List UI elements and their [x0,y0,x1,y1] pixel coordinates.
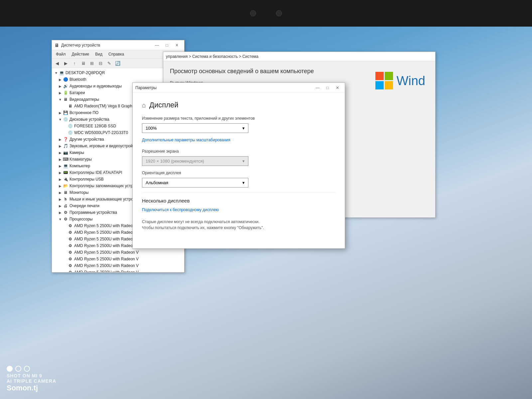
toolbar-btn3[interactable]: ⊟ [96,60,104,67]
cpu5-label: AMD Ryzen 5 2500U with Radeon V [74,250,139,255]
cpu1-label: AMD Ryzen 5 2500U with Radeon V [74,223,139,228]
print-icon: 🖨 [63,203,68,208]
svg-rect-1 [385,72,393,80]
cpu2-icon: ⚙ [67,230,73,235]
menu-file[interactable]: Файл [53,51,68,58]
tree-cpu7[interactable]: ⚙ AMD Ryzen 5 2500U with Radeon V [53,262,183,269]
titlebar-left: 🖥 Диспетчер устройств [55,43,100,48]
tree-cpu6[interactable]: ⚙ AMD Ryzen 5 2500U with Radeon V [53,256,183,262]
computer-icon: 💻 [63,163,68,169]
video-label: Видеоадаптеры [69,97,99,102]
sound-expand-icon: ▶ [58,144,63,148]
software-expand-icon: ▶ [58,211,63,214]
toolbar-btn5[interactable]: 🔄 [114,60,122,67]
amd-vega-icon: 🖥 [67,103,73,109]
monitors-expand-icon: ▶ [58,191,63,195]
tree-cpu8[interactable]: ⚙ AMD Ryzen 5 2500U with Radeon V [53,269,183,272]
toolbar-btn4[interactable]: ✎ [105,60,113,67]
processors-expand-icon: ▼ [58,217,63,221]
menu-action[interactable]: Действие [69,51,92,58]
video-icon: 🖥 [63,97,68,102]
toolbar-btn2[interactable]: ⊞ [88,60,96,67]
root-expand-icon: ▼ [54,71,59,75]
disks-label: Дисковые устройства [69,117,109,122]
processors-icon: ⚙ [63,216,68,222]
circle-filled [7,366,13,372]
mice-expand-icon: ▶ [58,198,63,201]
settings-close-button[interactable]: ✕ [333,84,342,91]
control-panel-header: управления > Система и безопасность > Си… [163,52,435,61]
cpu8-icon: ⚙ [67,270,73,272]
processors-label: Процессоры [69,217,93,221]
orientation-dropdown[interactable]: Альбомная ▾ [142,178,248,188]
resolution-dropdown[interactable]: 1920 × 1080 (рекомендуется) ▾ [142,156,248,166]
cpu7-icon: ⚙ [67,263,73,268]
storage-icon: 📂 [63,183,68,189]
hdd-icon: 💿 [67,130,73,135]
batteries-label: Батареи [69,90,85,95]
root-label: DESKTOP-2Q8PDQR [66,70,105,75]
toolbar-btn1[interactable]: 🖥 [79,60,87,67]
tree-cpu5[interactable]: ⚙ AMD Ryzen 5 2500U with Radeon V [53,249,183,256]
advanced-scale-link[interactable]: Дополнительные параметры масштабирования [142,138,335,142]
minimize-button[interactable]: — [152,42,162,49]
settings-page-title-row: ⌂ Дисплей [142,101,335,109]
usb-label: Контроллеры USB [69,177,104,182]
menu-view[interactable]: Вид [92,51,105,58]
hdd-label: WDC WD5000LPVT-22G33T0 [74,130,128,135]
display-title: Дисплей [149,101,178,109]
computer-expand-icon: ▶ [58,164,63,168]
settings-titlebar: Параметры — □ ✕ [133,83,345,93]
firmware-label: Встроенное ПО [69,110,98,115]
orientation-chevron-icon: ▾ [242,180,245,185]
up-button[interactable]: ↑ [70,60,78,67]
device-manager-title: Диспетчер устройств [61,43,100,48]
computer-label: Компьютер [69,164,90,168]
back-button[interactable]: ◀ [53,60,61,67]
cpu2-label: AMD Ryzen 5 2500U with Radeon V [74,230,139,235]
usb-icon: 🔌 [63,177,68,182]
print-expand-icon: ▶ [58,204,63,208]
sound-label: Звуковые, игровые и видеоустройства [69,144,141,148]
settings-minimize-button[interactable]: — [313,84,322,91]
batteries-icon: 🔋 [63,90,68,95]
multi-display-heading: Несколько дисплеев [142,198,335,203]
watermark: SHOT ON MI 9 AI TRIPLE CAMERA Somon.tj [7,366,56,392]
camera-dot [250,10,256,16]
maximize-button[interactable]: □ [162,42,172,49]
monitors-label: Мониторы [69,190,88,195]
svg-rect-3 [385,81,393,89]
settings-maximize-button[interactable]: □ [323,84,332,91]
cpu6-icon: ⚙ [67,256,73,262]
forward-button[interactable]: ▶ [62,60,70,67]
breadcrumb: управления > Система и безопасность > Си… [166,54,258,59]
home-icon: ⌂ [142,101,146,109]
settings-window: Параметры — □ ✕ ⌂ Дисплей Изменение разм… [132,82,345,249]
watermark-circles [7,366,56,372]
svg-rect-0 [375,72,384,80]
keyboards-icon: ⌨ [63,157,68,162]
bluetooth-icon: 🔵 [63,77,68,82]
titlebar-controls: — □ ✕ [152,42,182,49]
menu-help[interactable]: Справка [106,51,127,58]
ssd-icon: 💿 [67,123,73,129]
device-manager-icon: 🖥 [55,43,59,48]
connect-wireless-link[interactable]: Подключиться к беспроводному дисплею [142,207,335,212]
bluetooth-expand-icon: ▶ [58,78,63,81]
firmware-icon: 💾 [63,110,68,115]
scale-label: Изменение размера текста, приложений и д… [142,116,335,121]
device-manager-titlebar: 🖥 Диспетчер устройств — □ ✕ [52,40,184,50]
monitors-icon: 🖥 [63,190,68,195]
close-button[interactable]: ✕ [172,42,182,49]
scale-value: 100% [146,126,157,131]
scale-dropdown[interactable]: 100% ▾ [142,123,248,133]
cameras-label: Камеры [69,150,84,155]
print-label: Очереди печати [69,203,99,208]
resolution-value: 1920 × 1080 (рекомендуется) [146,159,204,164]
audio-icon: 🔊 [63,83,68,89]
circle-empty-1 [15,366,21,372]
keyboards-expand-icon: ▶ [58,158,63,161]
software-icon: ⚙ [63,210,68,215]
ide-label: Контроллеры IDE ATA/ATAPI [69,170,122,175]
other-label: Другие устройства [69,137,104,142]
